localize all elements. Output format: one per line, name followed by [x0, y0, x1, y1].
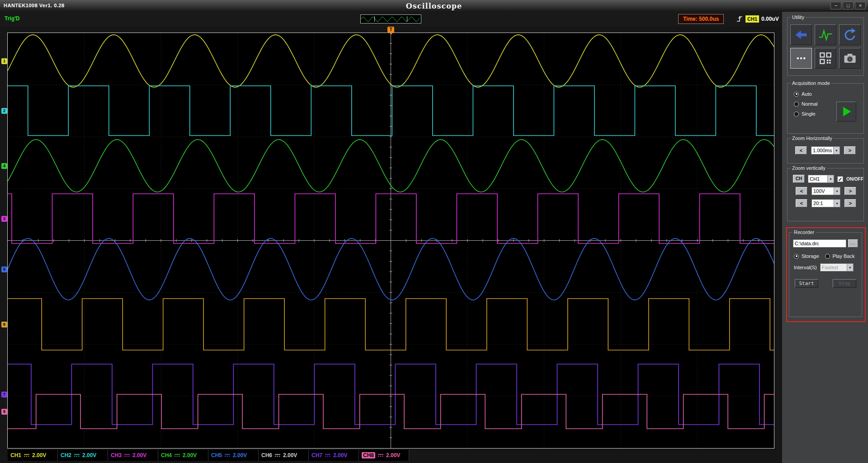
- channel-marker-ch8[interactable]: 8: [1, 409, 7, 415]
- probe-value: 20:1: [812, 201, 834, 206]
- chevron-down-icon[interactable]: ▼: [834, 187, 840, 195]
- zoomh-next-button[interactable]: >: [844, 146, 856, 154]
- scope-canvas[interactable]: [8, 33, 774, 448]
- channel-status-ch6[interactable]: CH62.00V: [259, 450, 309, 461]
- volts-prev-button[interactable]: <: [796, 187, 807, 195]
- snapshot-button[interactable]: [839, 48, 861, 69]
- channel-status-bar: CH12.00VCH22.00VCH32.00VCH42.00VCH52.00V…: [8, 450, 409, 461]
- chevron-down-icon[interactable]: ▼: [834, 200, 840, 207]
- zoom-vertical-group: Zoom vertically CH CH1 ▼ ✓ ON/OFF < 100V…: [787, 168, 864, 221]
- zoom-horizontal-group: Zoom Horizontally < 1.000ms ▼ >: [787, 138, 864, 164]
- interval-value: Fastest: [821, 265, 847, 270]
- channel-status-ch2[interactable]: CH22.00V: [58, 450, 108, 461]
- run-button[interactable]: [836, 102, 856, 122]
- probe-next-button[interactable]: >: [844, 199, 856, 207]
- channel-marker-ch5[interactable]: 5: [1, 267, 7, 272]
- channel-status-ch3[interactable]: CH32.00V: [108, 450, 158, 461]
- channel-name-label: CH5: [211, 452, 222, 458]
- zoomh-prev-button[interactable]: <: [795, 146, 807, 154]
- radio-storage[interactable]: Storage: [794, 253, 819, 259]
- probe-select[interactable]: 20:1 ▼: [811, 199, 840, 207]
- record-file-path-input[interactable]: C:\data.drc: [793, 239, 846, 248]
- trigger-status: Trig'D: [5, 15, 20, 22]
- radio-dot: [794, 112, 799, 117]
- channel-onoff-checkbox[interactable]: ✓: [837, 176, 843, 182]
- utility-group: Utility: [787, 17, 864, 76]
- channel-select[interactable]: CH1 ▼: [808, 175, 834, 183]
- ch-label-button[interactable]: CH: [793, 175, 805, 183]
- trigger-info: CH1 0.00uV: [736, 14, 779, 23]
- more-options-button[interactable]: [790, 48, 812, 69]
- channel-marker-ch3[interactable]: 3: [1, 216, 7, 222]
- channel-name-label: CH7: [311, 452, 322, 458]
- title-bar: HANTEK1008 Ver1. 0.28 Oscilloscope − □ ×: [0, 0, 868, 12]
- chevron-down-icon[interactable]: ▼: [847, 264, 853, 271]
- qrcode-icon: [817, 50, 834, 66]
- radio-dot: [794, 92, 799, 97]
- chevron-down-icon[interactable]: ▼: [833, 147, 840, 154]
- timebase-select[interactable]: 1.000ms ▼: [811, 146, 840, 154]
- channel-volts-value: 2.00V: [82, 452, 96, 458]
- channel-marker-ch7[interactable]: 7: [1, 392, 7, 398]
- radio-playback[interactable]: Play Back: [825, 253, 855, 259]
- trigger-source-badge[interactable]: CH1: [745, 15, 759, 23]
- probe-prev-button[interactable]: <: [796, 199, 807, 207]
- channel-select-value: CH1: [808, 176, 827, 182]
- channel-status-ch5[interactable]: CH52.00V: [208, 450, 259, 461]
- start-button[interactable]: Start: [795, 279, 818, 288]
- utility-buttons: [788, 24, 863, 69]
- volts-next-button[interactable]: >: [844, 187, 856, 195]
- zoom-vertical-label: Zoom vertically: [791, 165, 827, 171]
- trigger-position-marker[interactable]: T: [387, 27, 394, 33]
- utility-group-label: Utility: [791, 14, 806, 20]
- minimize-button[interactable]: −: [830, 2, 841, 9]
- back-arrow-icon: [793, 27, 809, 43]
- stop-button[interactable]: Stop: [833, 279, 856, 288]
- radio-storage-label: Storage: [802, 253, 819, 259]
- volts-select[interactable]: 100V ▼: [811, 187, 840, 195]
- channel-name-label: CH8: [362, 452, 375, 458]
- close-button[interactable]: ×: [855, 2, 866, 9]
- radio-auto[interactable]: Auto: [794, 91, 863, 97]
- preview-right-tick: [407, 16, 407, 22]
- waveform-preview[interactable]: [360, 14, 421, 23]
- channel-marker-ch6[interactable]: 6: [1, 322, 7, 327]
- acquisition-group: Acquisition mode Auto Normal Single: [787, 83, 864, 134]
- browse-button[interactable]: ...: [848, 239, 858, 248]
- preview-wave-icon: [361, 15, 421, 23]
- window-title: Oscilloscope: [0, 2, 868, 10]
- channel-volts-value: 2.00V: [386, 452, 400, 458]
- recorder-group-label: Recorder: [793, 229, 816, 235]
- back-button[interactable]: [790, 24, 812, 45]
- timebase-display[interactable]: Time: 500.0us: [678, 14, 724, 24]
- channel-marker-ch2[interactable]: 2: [1, 108, 7, 114]
- scope-display[interactable]: [7, 33, 774, 449]
- channel-name-label: CH4: [161, 452, 172, 458]
- waveform-button[interactable]: [815, 24, 836, 45]
- channel-marker-ch1[interactable]: 1: [1, 58, 7, 64]
- app-window: HANTEK1008 Ver1. 0.28 Oscilloscope − □ ×…: [0, 0, 868, 463]
- channel-status-ch8[interactable]: CH82.00V: [359, 450, 409, 461]
- maximize-button[interactable]: □: [843, 2, 854, 9]
- camera-icon: [842, 50, 858, 66]
- channel-status-ch4[interactable]: CH42.00V: [158, 450, 208, 461]
- chevron-down-icon[interactable]: ▼: [827, 175, 834, 182]
- acquisition-group-label: Acquisition mode: [791, 80, 831, 86]
- radio-auto-label: Auto: [802, 91, 812, 97]
- volts-value: 100V: [812, 188, 834, 194]
- channel-status-ch1[interactable]: CH12.00V: [8, 450, 58, 461]
- interval-select[interactable]: Fastest ▼: [820, 263, 854, 271]
- channel-marker-ch4[interactable]: 4: [1, 163, 7, 169]
- channel-volts-value: 2.00V: [283, 452, 297, 458]
- rotate-button[interactable]: [839, 24, 861, 45]
- radio-dot: [825, 254, 830, 259]
- trigger-edge-icon: [736, 15, 743, 23]
- channel-status-ch7[interactable]: CH72.00V: [309, 450, 359, 461]
- dots-icon: [793, 50, 809, 66]
- radio-dot: [794, 102, 799, 107]
- radio-playback-label: Play Back: [833, 253, 855, 259]
- control-sidebar: Utility: [782, 12, 868, 463]
- dc-coupling-icon: [325, 453, 331, 458]
- qrcode-button[interactable]: [815, 48, 836, 69]
- dc-coupling-icon: [74, 453, 80, 458]
